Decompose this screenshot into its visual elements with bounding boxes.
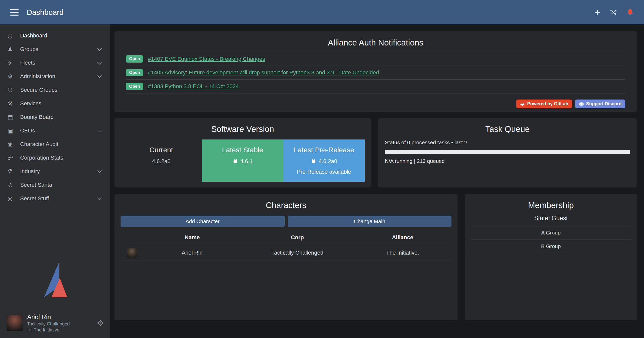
footer-badges: Powered by GitLab Support Discord [126,100,625,108]
sidebar-item-fleets[interactable]: ✈ Fleets [0,56,110,70]
chevron-down-icon [97,128,102,132]
task-queue-progress-bar [385,150,630,154]
column-corp: Corp [241,234,354,241]
page-title: Dashboard [27,8,64,17]
user-panel: Ariel Rin Tactically Challenged The Init… [0,308,110,338]
sidebar-item-bounty-board[interactable]: ▤ Bounty Board [0,110,110,124]
change-main-button[interactable]: Change Main [288,216,452,227]
chevron-down-icon [97,196,102,200]
gear-icon[interactable]: ⚙ [97,319,104,327]
character-name: Ariel Rin [143,250,241,256]
task-queue-panel: Task Queue Status of 0 processed tasks •… [378,118,637,187]
membership-title: Membership [471,201,631,210]
column-name: Name [143,234,241,241]
user-gear-icon: ⚙ [8,73,20,80]
industry-icon: ⚗ [8,168,20,175]
user-avatar [7,315,23,331]
characters-table-header: Name Corp Alliance [121,234,451,245]
gift-icon: ☃ [8,182,20,188]
notifications-list: Open #1407 EVE Equinox Status - Breaking… [126,52,625,93]
sidebar-item-corporation-stats[interactable]: ☍ Corporation Stats [0,151,110,165]
group-list-item: A Group [471,226,631,239]
notifications-panel: Alliance Auth Notifications Open #1407 E… [115,31,637,112]
sidebar-item-secret-stuff[interactable]: ◎ Secret Stuff [0,192,110,205]
tools-icon: ⚒ [8,100,20,107]
sidebar-item-secret-santa[interactable]: ☃ Secret Santa [0,178,110,192]
chevron-down-icon [97,73,102,78]
user-corp: Tactically Challenged [27,321,70,327]
character-buttons: Add Character Change Main [121,216,451,227]
sidebar-nav: ◷ Dashboard ♟ Groups ✈ Fleets ⚙ Administ… [0,24,110,205]
main-content: Alliance Auth Notifications Open #1407 E… [110,24,644,338]
task-queue-status: Status of 0 processed tasks • last ? [385,139,630,146]
share-nodes-icon: ☍ [8,155,20,161]
characters-title: Characters [121,201,451,210]
add-icon[interactable]: + [595,8,600,17]
character-alliance: The Initiative. [354,250,451,256]
status-badge: Open [126,55,143,63]
user-alliance-row: The Initiative. [27,327,70,333]
task-queue-title: Task Queue [385,124,630,134]
board-icon: ▤ [8,114,20,121]
discord-icon [579,102,584,107]
sidebar-item-dashboard[interactable]: ◷ Dashboard [0,29,110,42]
notification-row: Open #1407 EVE Equinox Status - Breaking… [126,52,625,66]
version-box-current: Current 4.6.2a0 [121,139,202,182]
user-icon: ♟ [8,46,20,53]
eye-icon: ◎ [8,195,20,202]
github-icon [311,159,316,164]
sidebar-item-services[interactable]: ⚒ Services [0,97,110,110]
status-badge: Open [126,83,143,90]
chevron-down-icon [97,46,102,51]
membership-state: State: Guest [471,215,631,222]
top-navbar: Dashboard + [0,0,644,24]
user-meta: Ariel Rin Tactically Challenged The Init… [27,313,70,333]
column-alliance: Alliance [354,234,451,241]
notification-row: Open #1405 Advisory: Future development … [126,66,625,80]
sidebar-item-administration[interactable]: ⚙ Administration [0,70,110,83]
notification-bell-icon[interactable] [626,9,634,16]
character-row: Ariel Rin Tactically Challenged The Init… [121,245,451,261]
user-alliance: The Initiative. [34,327,61,333]
gitlab-icon [520,102,525,107]
character-portrait [127,248,137,258]
alliance-auth-logo [0,263,110,297]
user-name: Ariel Rin [27,313,70,321]
notification-link[interactable]: #1383 Python 3.8 EOL - 14 Oct 2024 [148,83,239,90]
sidebar-item-character-audit[interactable]: ◉ Character Audit [0,137,110,151]
sidebar-item-groups[interactable]: ♟ Groups [0,42,110,56]
alliance-logo-icon [27,328,32,332]
notifications-title: Alliance Auth Notifications [126,38,625,47]
plane-icon: ✈ [8,60,20,66]
software-version-boxes: Current 4.6.2a0 Latest Stable 4.6.1 [121,139,365,182]
notification-row: Open #1383 Python 3.8 EOL - 14 Oct 2024 [126,80,625,93]
discord-badge[interactable]: Support Discord [575,100,625,108]
github-icon [233,159,238,164]
sidebar-item-ceos[interactable]: ▣ CEOs [0,124,110,137]
version-box-latest-pre-release: Latest Pre-Release 4.6.2a0 Pre-Release a… [283,139,365,182]
task-queue-summary: N/A running | 213 queued [385,158,630,164]
sidebar-item-secure-groups[interactable]: ⚇ Secure Groups [0,83,110,97]
notification-link[interactable]: #1405 Advisory: Future development will … [148,69,379,76]
hamburger-menu-icon[interactable] [10,9,19,16]
notification-link[interactable]: #1407 EVE Equinox Status - Breaking Chan… [148,56,265,62]
folder-icon: ▣ [8,127,20,134]
navbar-actions: + [595,8,634,17]
group-list-item: B Group [471,239,631,253]
shuffle-icon[interactable] [610,9,617,16]
version-box-latest-stable: Latest Stable 4.6.1 [202,139,283,182]
characters-table: Name Corp Alliance Ariel Rin Tactically … [121,234,451,261]
add-character-button[interactable]: Add Character [121,216,285,227]
sidebar-item-industry[interactable]: ⚗ Industry [0,165,110,178]
sidebar: ◷ Dashboard ♟ Groups ✈ Fleets ⚙ Administ… [0,24,110,338]
gauge-icon: ◷ [8,32,20,39]
chevron-down-icon [97,60,102,64]
eye-icon: ◉ [8,141,20,148]
membership-groups: A Group B Group [471,226,631,253]
status-badge: Open [126,69,143,76]
users-icon: ⚇ [8,87,20,93]
gitlab-badge[interactable]: Powered by GitLab [516,100,572,108]
chevron-down-icon [97,168,102,173]
character-corp: Tactically Challenged [241,250,354,256]
software-version-panel: Software Version Current 4.6.2a0 Latest … [115,118,371,187]
